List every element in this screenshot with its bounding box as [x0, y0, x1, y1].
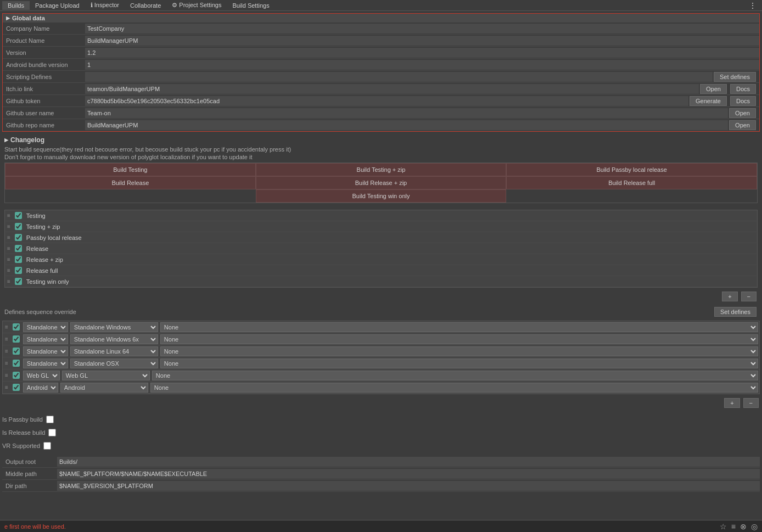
platform-platform-select-3[interactable]: Standalone OSX	[70, 359, 158, 368]
nav-more-button[interactable]: ⋮	[746, 1, 760, 10]
itchio-open-button[interactable]: Open	[700, 84, 727, 94]
checkbox-testing-win[interactable]	[15, 278, 22, 285]
drag-handle[interactable]: ≡	[3, 384, 10, 390]
platform-option-select-0[interactable]: None	[160, 322, 758, 332]
bottom-icon-close[interactable]: ⊗	[740, 522, 747, 531]
platform-option-select-1[interactable]: None	[160, 334, 758, 344]
list-label-passby: Passby local release	[24, 233, 757, 242]
label-android-bundle: Android bundle version	[3, 60, 85, 69]
platform-type-select-4[interactable]: Web GL	[23, 371, 60, 380]
platform-checkbox-4[interactable]	[13, 372, 20, 379]
collapse-icon[interactable]: ▶	[6, 15, 10, 21]
drag-handle[interactable]: ≡	[5, 256, 13, 262]
platform-option-select-5[interactable]: None	[150, 383, 758, 393]
list-item-release-full: ≡ Release full	[5, 265, 757, 276]
drag-handle[interactable]: ≡	[5, 234, 13, 240]
input-product-name[interactable]	[85, 36, 759, 46]
checkbox-passby[interactable]	[15, 234, 22, 241]
platform-checkbox-5[interactable]	[13, 384, 20, 391]
bottom-icon-circle[interactable]: ◎	[751, 522, 758, 531]
build-passby-button[interactable]: Build Passby local release	[506, 163, 757, 176]
input-github-repo[interactable]	[85, 120, 728, 130]
platform-platform-select-5[interactable]: Android	[60, 383, 148, 393]
list-add-button[interactable]: +	[722, 292, 737, 301]
build-release-zip-button[interactable]: Build Release + zip	[256, 176, 507, 189]
checkbox-release-build[interactable]	[48, 429, 56, 436]
itchio-docs-button[interactable]: Docs	[730, 84, 756, 94]
nav-collaborate[interactable]: Collaborate	[125, 1, 166, 10]
input-scripting-defines[interactable]	[85, 72, 713, 82]
drag-handle[interactable]: ≡	[5, 267, 13, 273]
platform-platform-select-4[interactable]: Web GL	[62, 371, 150, 380]
drag-handle[interactable]: ≡	[5, 245, 13, 251]
build-release-button[interactable]: Build Release	[5, 176, 256, 189]
build-testing-win-button[interactable]: Build Testing win only	[256, 189, 507, 203]
github-generate-button[interactable]: Generate	[690, 96, 727, 106]
drag-handle[interactable]: ≡	[5, 223, 13, 229]
drag-handle[interactable]: ≡	[5, 278, 13, 284]
drag-handle[interactable]: ≡	[3, 336, 10, 342]
drag-handle[interactable]: ≡	[3, 360, 10, 366]
nav-project-settings[interactable]: ⚙ Project Settings	[166, 1, 227, 10]
platform-checkbox-3[interactable]	[13, 360, 20, 367]
checkbox-row-passby: Is Passby build	[2, 414, 760, 425]
checkbox-vr-supported[interactable]	[43, 442, 51, 450]
platform-checkbox-1[interactable]	[13, 335, 20, 343]
nav-inspector[interactable]: ℹ Inspector	[85, 1, 125, 10]
platform-type-select-0[interactable]: StandaloneWeb GLAndroid	[23, 322, 68, 332]
input-github-user[interactable]	[85, 108, 728, 118]
list-add-remove-row: + −	[2, 290, 760, 303]
input-output-root[interactable]	[57, 457, 760, 467]
list-remove-button[interactable]: −	[741, 292, 757, 301]
platform-checkbox-2[interactable]	[13, 348, 20, 355]
input-itchio[interactable]	[85, 84, 699, 94]
platform-remove-button[interactable]: −	[743, 398, 759, 408]
checkbox-testing-zip[interactable]	[15, 223, 22, 230]
bottom-icon-layers[interactable]: ≡	[731, 522, 736, 531]
label-scripting-defines: Scripting Defines	[3, 72, 85, 81]
input-company-name[interactable]	[85, 24, 759, 33]
platform-option-select-4[interactable]: None	[152, 371, 758, 380]
drag-handle[interactable]: ≡	[3, 348, 10, 354]
global-data-section: ▶ Global data Company Name Product Name …	[2, 13, 760, 132]
defines-override-set-button[interactable]: Set defines	[714, 307, 757, 317]
set-defines-button[interactable]: Set defines	[714, 72, 756, 82]
checkbox-release-full[interactable]	[15, 267, 22, 274]
input-github-token[interactable]	[85, 96, 688, 106]
nav-builds[interactable]: Builds	[2, 1, 30, 10]
input-dir-path[interactable]	[57, 481, 760, 491]
build-testing-zip-button[interactable]: Build Testing + zip	[256, 163, 507, 176]
platform-checkbox-0[interactable]	[13, 323, 20, 331]
drag-handle[interactable]: ≡	[3, 372, 10, 378]
platform-option-select-2[interactable]: None	[160, 346, 758, 356]
platform-type-select-5[interactable]: Android	[23, 383, 58, 393]
platform-platform-select-1[interactable]: Standalone Windows 6x	[70, 334, 158, 344]
platform-type-select-1[interactable]: Standalone	[23, 334, 68, 344]
platform-platform-select-0[interactable]: Standalone Windows	[70, 322, 158, 332]
github-user-open-button[interactable]: Open	[729, 108, 756, 118]
platform-add-button[interactable]: +	[724, 398, 739, 408]
drag-handle[interactable]: ≡	[3, 324, 10, 330]
list-item-release: ≡ Release	[5, 243, 757, 254]
platform-platform-select-2[interactable]: Standalone Linux 64	[70, 346, 158, 356]
input-version[interactable]	[85, 48, 759, 58]
input-android-bundle[interactable]	[85, 60, 759, 70]
platform-type-select-2[interactable]: Standalone	[23, 346, 68, 356]
build-testing-button[interactable]: Build Testing	[5, 163, 256, 176]
list-item-testing: ≡ Testing	[5, 210, 757, 221]
checkbox-release[interactable]	[15, 245, 22, 252]
checkbox-release-zip[interactable]	[15, 256, 22, 263]
nav-build-settings[interactable]: Build Settings	[227, 1, 274, 10]
checkbox-testing[interactable]	[15, 212, 22, 219]
checkbox-passby-build[interactable]	[46, 416, 54, 423]
build-release-full-button[interactable]: Build Release full	[506, 176, 757, 189]
bottom-icon-star[interactable]: ☆	[720, 522, 727, 531]
github-docs-button[interactable]: Docs	[730, 96, 756, 106]
drag-handle[interactable]: ≡	[5, 212, 13, 219]
platform-option-select-3[interactable]: None	[160, 359, 758, 368]
github-repo-open-button[interactable]: Open	[729, 120, 756, 130]
platform-type-select-3[interactable]: Standalone	[23, 359, 68, 368]
input-middle-path[interactable]	[57, 469, 760, 479]
nav-package-upload[interactable]: Package Upload	[30, 1, 85, 10]
changelog-toggle[interactable]: ▶ Changelog	[4, 136, 758, 144]
